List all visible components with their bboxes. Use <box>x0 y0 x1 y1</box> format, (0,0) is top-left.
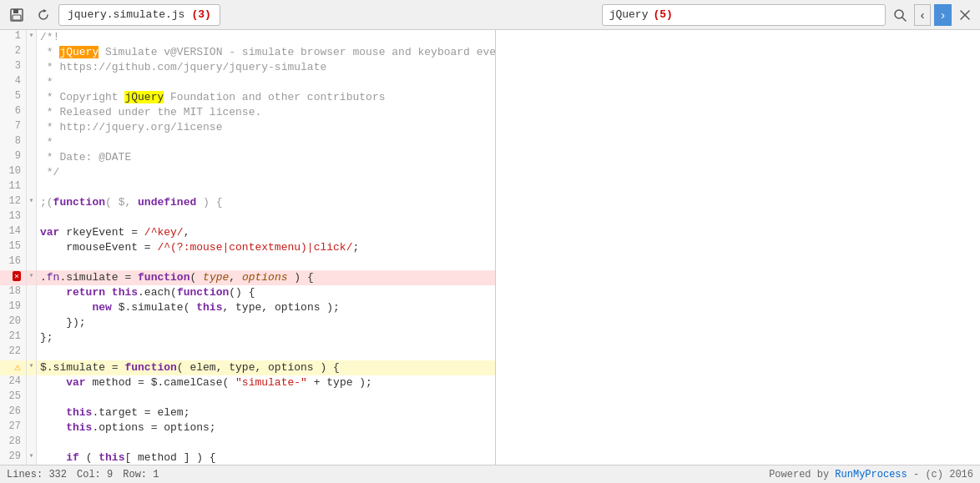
lines-status: Lines: 332 <box>7 469 67 480</box>
line-3: 3 * https://github.com/jquery/jquery-sim… <box>0 60 496 75</box>
line-1: 1 ▾ /*! <box>0 30 496 45</box>
code-panel[interactable]: 1 ▾ /*! 2 * jQuery Simulate v@VERSION - … <box>0 30 496 465</box>
search-term: jQuery <box>609 8 649 21</box>
line-4: 4 * <box>0 75 496 90</box>
line-11: 11 <box>0 180 496 195</box>
search-box: jQuery (5) <box>602 4 886 26</box>
line-5: 5 * Copyright jQuery Foundation and othe… <box>0 90 496 105</box>
next-button[interactable]: › <box>934 4 952 26</box>
brand-link[interactable]: RunMyProcess <box>835 469 907 480</box>
line-9: 9 * Date: @DATE <box>0 150 496 165</box>
code-area: 1 ▾ /*! 2 * jQuery Simulate v@VERSION - … <box>0 30 496 465</box>
line-7: 7 * http://jquery.org/license <box>0 120 496 135</box>
line-22: 22 <box>0 345 496 360</box>
tab-filename: jquery.simulate.js <box>68 8 184 21</box>
line-26: 26 this.target = elem; <box>0 405 496 420</box>
right-panel[interactable] <box>496 30 980 465</box>
line-19: 19 new $.simulate( this, type, options )… <box>0 300 496 315</box>
line-8: 8 * <box>0 135 496 150</box>
tab-count: (3) <box>191 8 210 21</box>
line-16: 16 <box>0 255 496 270</box>
col-status: Col: 9 <box>77 469 113 480</box>
toolbar: jquery.simulate.js (3) jQuery (5) ‹ › <box>0 0 980 30</box>
line-10: 10 */ <box>0 165 496 180</box>
main-area: 1 ▾ /*! 2 * jQuery Simulate v@VERSION - … <box>0 30 980 465</box>
line-12: 12 ▾ ;(function( $, undefined ) { <box>0 195 496 210</box>
line-24: 24 var method = $.camelCase( "simulate-"… <box>0 375 496 390</box>
line-20: 20 }); <box>0 315 496 330</box>
refresh-button[interactable] <box>32 5 55 25</box>
line-27: 27 this.options = options; <box>0 420 496 435</box>
line-14: 14 var rkeyEvent = /^key/, <box>0 225 496 240</box>
line-23: ⚠ ▾ $.simulate = function( elem, type, o… <box>0 360 496 375</box>
close-search-button[interactable] <box>955 7 975 23</box>
svg-rect-2 <box>13 15 21 20</box>
line-18: 18 return this.each(function() { <box>0 285 496 300</box>
search-button[interactable] <box>889 6 911 24</box>
svg-rect-1 <box>13 9 18 13</box>
statusbar: Lines: 332 Col: 9 Row: 1 Powered by RunM… <box>0 465 980 483</box>
row-status: Row: 1 <box>123 469 159 480</box>
line-2: 2 * jQuery Simulate v@VERSION - simulate… <box>0 45 496 60</box>
line-6: 6 * Released under the MIT license. <box>0 105 496 120</box>
line-17: ✕ ▾ .fn.simulate = function( type, optio… <box>0 270 496 285</box>
save-button[interactable] <box>5 5 28 25</box>
file-tab[interactable]: jquery.simulate.js (3) <box>58 4 220 26</box>
line-21: 21 }; <box>0 330 496 345</box>
svg-line-4 <box>902 18 906 21</box>
powered-by-text: Powered by RunMyProcess - (c) 2016 <box>769 469 973 480</box>
search-count: (5) <box>653 8 672 21</box>
line-28: 28 <box>0 435 496 450</box>
line-29: 29 ▾ if ( this[ method ] ) { <box>0 450 496 465</box>
line-13: 13 <box>0 210 496 225</box>
line-25: 25 <box>0 390 496 405</box>
line-15: 15 rmouseEvent = /^(?:mouse|contextmenu)… <box>0 240 496 255</box>
prev-button[interactable]: ‹ <box>914 4 932 26</box>
